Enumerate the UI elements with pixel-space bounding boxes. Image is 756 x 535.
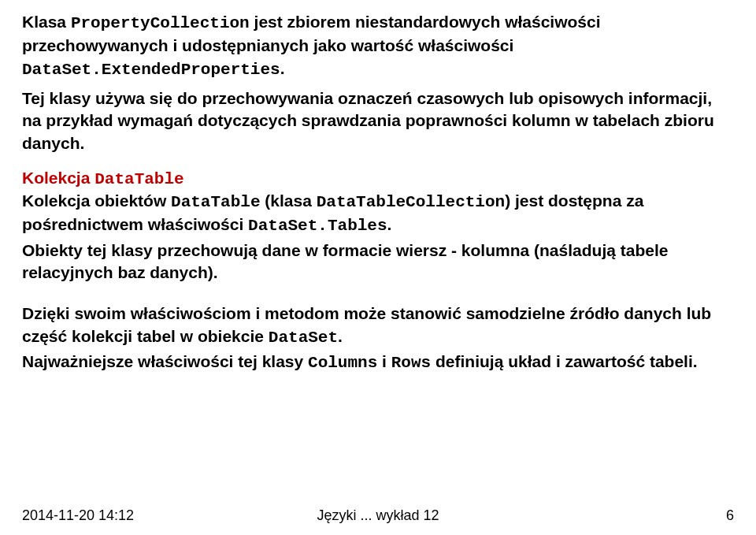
text: .	[280, 59, 285, 77]
paragraph-5: Dzięki swoim właściwościom i metodom moż…	[22, 303, 734, 349]
footer-page-number: 6	[726, 507, 734, 524]
code-datatablecollection: DataTableCollection	[317, 193, 505, 211]
paragraph-4: Obiekty tej klasy przechowują dane w for…	[22, 240, 734, 284]
code-propertycollection: PropertyCollection	[71, 14, 250, 32]
text: .	[387, 215, 392, 233]
paragraph-2: Tej klasy używa się do przechowywania oz…	[22, 87, 734, 154]
code-dataset-tables: DataSet.Tables	[248, 217, 387, 235]
paragraph-6: Najważniejsze właściwości tej klasy Colu…	[22, 351, 734, 374]
text: Dzięki swoim właściwościom i metodom moż…	[22, 304, 711, 344]
paragraph-3: Kolekcja obiektów DataTable (klasa DataT…	[22, 190, 734, 238]
text: Klasa	[22, 13, 71, 31]
code-dataset-extendedproperties: DataSet.ExtendedProperties	[22, 61, 280, 79]
code-datatable: DataTable	[171, 193, 260, 211]
code-columns: Columns	[308, 354, 377, 372]
footer-title: Języki ... wykład 12	[317, 507, 439, 524]
text: definiują układ i zawartość tabeli.	[431, 352, 697, 370]
text: .	[338, 327, 343, 345]
code-dataset: DataSet	[269, 329, 338, 347]
heading-pre: Kolekcja	[22, 169, 94, 187]
paragraph-1: Klasa PropertyCollection jest zbiorem ni…	[22, 11, 734, 81]
text: (klasa	[260, 191, 316, 210]
text: Kolekcja obiektów	[22, 191, 171, 210]
footer-timestamp: 2014-11-20 14:12	[22, 507, 134, 524]
text: Najważniejsze właściwości tej klasy	[22, 352, 308, 370]
code-rows: Rows	[391, 354, 431, 372]
document-page: Klasa PropertyCollection jest zbiorem ni…	[0, 0, 756, 374]
page-footer: 2014-11-20 14:12 Języki ... wykład 12 6	[0, 507, 756, 524]
code-datatable: DataTable	[94, 170, 183, 188]
heading-datatable: Kolekcja DataTable	[22, 169, 734, 188]
text: i	[377, 352, 391, 370]
